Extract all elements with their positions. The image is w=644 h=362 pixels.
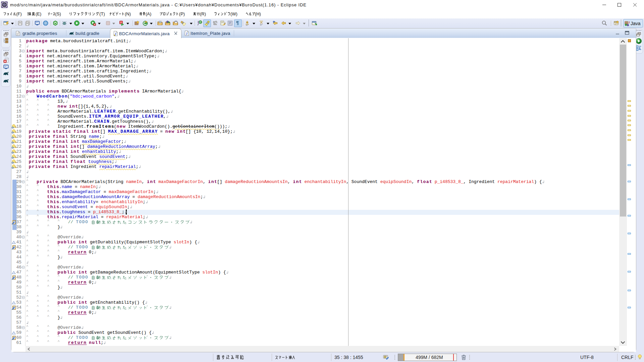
svg-text:C: C <box>199 20 201 24</box>
svg-text:J: J <box>628 21 630 24</box>
svg-text:J: J <box>186 32 187 36</box>
svg-text:J: J <box>115 32 116 36</box>
